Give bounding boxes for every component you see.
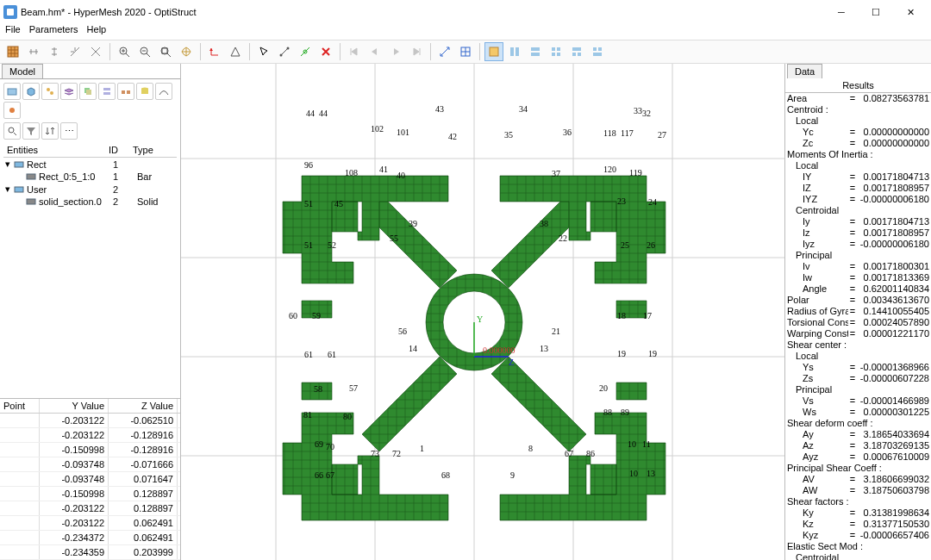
view5-icon[interactable] (567, 42, 586, 61)
svg-text:13: 13 (647, 469, 655, 478)
mp-sort-icon[interactable] (41, 122, 59, 140)
pg-col-z[interactable]: Z Value (109, 399, 178, 413)
point-row[interactable]: -0.1509980.128897 (0, 487, 180, 501)
svg-text:61: 61 (304, 350, 313, 359)
svg-text:40: 40 (397, 171, 405, 180)
svg-text:24: 24 (648, 197, 657, 207)
mp-filter-icon[interactable] (22, 122, 40, 140)
result-row: Iy=0.00171804713 (785, 216, 931, 227)
axes-icon[interactable] (205, 42, 224, 61)
point-row[interactable]: -0.203122-0.128916 (0, 428, 180, 443)
point-grid[interactable]: Point Y Value Z Value -0.203122-0.062510… (0, 398, 180, 560)
menu-help[interactable]: Help (87, 24, 107, 40)
first-icon[interactable] (345, 42, 364, 61)
point-row[interactable]: -0.2343590.203999 (0, 545, 180, 560)
result-row: Ws=0.00000301225 (785, 407, 931, 418)
result-row: Shear center : (785, 339, 931, 351)
tree-row[interactable]: Rect_0:5_1:01Bar (3, 171, 177, 183)
pg-col-point[interactable]: Point (0, 399, 40, 413)
svg-text:43: 43 (435, 104, 444, 114)
model-tab[interactable]: Model (2, 64, 43, 78)
svg-text:96: 96 (304, 160, 313, 170)
tree-row[interactable]: ▾Rect1 (3, 158, 177, 171)
view2-icon[interactable] (505, 42, 524, 61)
point-row[interactable]: -0.2343720.062491 (0, 531, 180, 545)
svg-rect-38 (27, 174, 35, 179)
zoom-in-icon[interactable] (115, 42, 134, 61)
snap-vert-icon[interactable] (45, 42, 64, 61)
maximize-button[interactable]: ☐ (859, 0, 893, 24)
mp-curve-icon[interactable] (155, 83, 172, 100)
point-row[interactable]: -0.203122-0.062510 (0, 414, 180, 428)
svg-text:81: 81 (303, 410, 312, 420)
mp-layer-icon[interactable] (60, 83, 78, 100)
edit-line-icon[interactable] (296, 42, 315, 61)
mp-search-icon[interactable] (3, 122, 21, 140)
snap-diag-icon[interactable] (66, 42, 84, 61)
model-tree[interactable]: ▾Rect1Rect_0:5_1:01Bar▾User2solid_sectio… (3, 158, 177, 208)
result-row: Ky=0.31381998634 (785, 507, 931, 519)
mp-layers-icon[interactable] (79, 83, 97, 100)
svg-rect-11 (515, 47, 519, 56)
snap-horiz-icon[interactable] (24, 42, 43, 61)
menu-parameters[interactable]: Parameters (29, 24, 78, 40)
tree-col-type[interactable]: Type (129, 143, 164, 157)
result-row: IY=0.00171804713 (785, 171, 931, 183)
svg-text:27: 27 (658, 130, 666, 140)
point-row[interactable]: -0.0937480.071647 (0, 472, 180, 487)
grid-icon[interactable] (3, 42, 22, 61)
point-row[interactable]: -0.2031220.128897 (0, 501, 180, 516)
close-button[interactable]: ✕ (893, 0, 928, 24)
result-row: Area=0.08273563781 (785, 93, 931, 104)
next-icon[interactable] (386, 42, 405, 61)
cursor-icon[interactable] (254, 42, 273, 61)
svg-point-6 (287, 47, 290, 50)
result-row: Principal (785, 384, 931, 395)
data-tab[interactable]: Data (787, 64, 822, 78)
result-row: AV=3.18606699032 (785, 474, 931, 485)
mp-cube-icon[interactable] (22, 83, 40, 100)
view4-icon[interactable] (547, 42, 565, 61)
mp-cyl-icon[interactable] (136, 83, 153, 100)
prev-icon[interactable] (366, 42, 384, 61)
tree-row[interactable]: solid_section.02Solid (3, 196, 177, 208)
viewport[interactable]: Y Z 0.000000 444443343332102101423536118… (181, 64, 784, 560)
mp-more-icon[interactable]: ⋯ (60, 122, 78, 140)
mp-group-icon[interactable] (41, 83, 59, 100)
app-icon (3, 5, 17, 19)
result-row: Ys=-0.00001368966 (785, 362, 931, 373)
line-icon[interactable] (275, 42, 294, 61)
result-row: Iv=0.00171800301 (785, 261, 931, 272)
point-row[interactable]: -0.150998-0.128916 (0, 443, 180, 457)
last-icon[interactable] (407, 42, 426, 61)
tree-col-id[interactable]: ID (105, 143, 129, 157)
point-row[interactable]: -0.093748-0.071666 (0, 457, 180, 472)
view6-icon[interactable] (588, 42, 607, 61)
point-row[interactable]: -0.2031220.062491 (0, 516, 180, 531)
snap-cross-icon[interactable] (86, 42, 105, 61)
mp-cubes-icon[interactable] (117, 83, 134, 100)
svg-rect-30 (103, 92, 110, 95)
delete-icon[interactable] (316, 42, 335, 61)
mp-dot-icon[interactable] (3, 102, 21, 119)
svg-point-25 (47, 88, 50, 91)
view1-icon[interactable] (484, 42, 503, 61)
pg-col-y[interactable]: Y Value (40, 399, 109, 413)
zoom-out-icon[interactable] (135, 42, 154, 61)
mp-stack-icon[interactable] (98, 83, 116, 100)
zoom-fit-icon[interactable] (156, 42, 175, 61)
svg-text:20: 20 (599, 383, 608, 393)
menu-file[interactable]: File (5, 24, 21, 40)
section-icon[interactable] (456, 42, 475, 61)
measure-icon[interactable] (435, 42, 454, 61)
view3-icon[interactable] (526, 42, 545, 61)
tree-col-entities[interactable]: Entities (3, 143, 105, 157)
triangle-icon[interactable] (226, 42, 245, 61)
mp-box-icon[interactable] (3, 83, 21, 100)
svg-point-35 (9, 108, 15, 113)
titlebar: Beam.hm* - HyperMesh 2020 - OptiStruct ─… (0, 0, 931, 24)
svg-text:21: 21 (552, 327, 560, 336)
minimize-button[interactable]: ─ (824, 0, 859, 24)
tree-row[interactable]: ▾User2 (3, 183, 177, 196)
pan-icon[interactable] (177, 42, 196, 61)
